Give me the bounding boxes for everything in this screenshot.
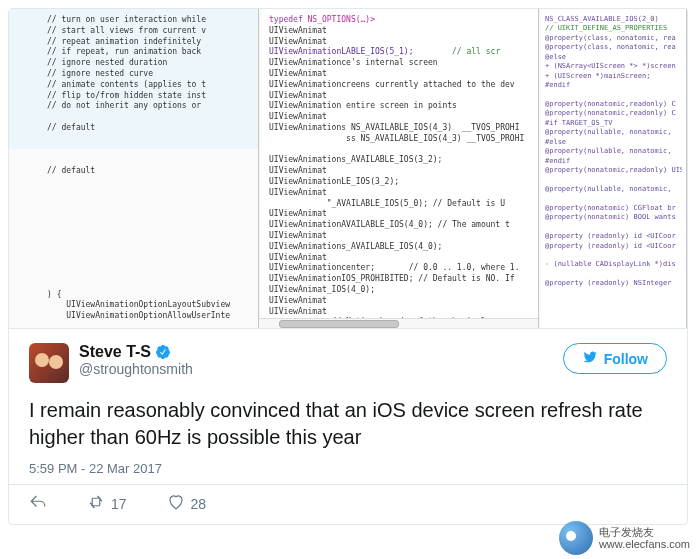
code-line: @property(class, nonatomic, rea (545, 34, 682, 43)
like-count: 28 (191, 496, 207, 512)
tweet-card: // turn on user interaction while // sta… (8, 8, 688, 525)
code-line: UIViewAnimat (269, 253, 534, 264)
code-comment: // animate contents (applies to t (47, 80, 254, 91)
code-line: UIViewAnimationAVAILABLE_IOS(4_0); // Th… (269, 220, 534, 231)
tweet-header: Steve T-S @stroughtonsmith Follow (29, 343, 667, 383)
code-line: UIViewAnimationOptionLayoutSubview (47, 300, 254, 311)
code-line: UIViewAnimationOptionAllowUserInte (47, 311, 254, 322)
code-line: @property(nonatomic,readonly) UIScreenM (545, 166, 682, 175)
code-line: ss NS_AVAILABLE_IOS(4_3) __TVOS_PROHI (269, 134, 534, 145)
scrollbar-thumb[interactable] (279, 320, 399, 328)
code-comment: // default (47, 123, 254, 134)
code-comment: // repeat animation indefinitely (47, 37, 254, 48)
code-line: UIViewAnimationcreens currently attached… (269, 80, 534, 91)
code-line: @else (545, 53, 682, 62)
code-line: UIViewAnimat_IOS(4_0); (269, 285, 534, 296)
code-line: UIViewAnimat (269, 91, 534, 102)
like-button[interactable]: 28 (167, 493, 207, 514)
author-name[interactable]: Steve T-S (79, 343, 151, 361)
code-line: #endif (545, 81, 682, 90)
horizontal-scrollbar[interactable] (259, 318, 538, 328)
code-line: UIViewAnimat (269, 112, 534, 123)
code-line: UIViewAnimations NS_AVAILABLE_IOS(4_3) _… (269, 123, 534, 134)
code-line: @property (readonly) id <UICoor (545, 242, 682, 251)
code-line: @property(nonatomic,readonly) C (545, 109, 682, 118)
code-line: UIViewAnimationcenter; // 0.0 .. 1.0, wh… (269, 263, 534, 274)
code-line: typedef NS_OPTIONS(…)> (269, 15, 534, 26)
code-line: @property(class, nonatomic, rea (545, 43, 682, 52)
code-line: UIViewAnimationce's internal screen (269, 58, 534, 69)
follow-label: Follow (604, 351, 648, 367)
author-handle[interactable]: @stroughtonsmith (79, 361, 553, 377)
code-line: ) { (47, 290, 254, 301)
heart-icon (167, 493, 185, 514)
watermark-logo-icon (559, 521, 593, 555)
code-line: @property(nonatomic) BOOL wants (545, 213, 682, 222)
avatar[interactable] (29, 343, 69, 383)
code-line: UIViewAnimat (269, 26, 534, 37)
code-line: @property(nonatomic) CGFloat br (545, 204, 682, 213)
code-comment: // ignore nested curve (47, 69, 254, 80)
code-comment: // do not inherit any options or (47, 101, 254, 112)
tweet-timestamp[interactable]: 5:59 PM - 22 Mar 2017 (29, 461, 667, 476)
code-line: NS_CLASS_AVAILABLE_IOS(2_0) (545, 15, 682, 24)
reply-icon (29, 493, 47, 514)
reply-button[interactable] (29, 493, 47, 514)
code-line: UIViewAnimat (269, 37, 534, 48)
code-line: UIViewAnimationLE_IOS(3_2); (269, 177, 534, 188)
code-comment: // default (47, 166, 254, 177)
code-comment: // if repeat, run animation back (47, 47, 254, 58)
tweet-body: Steve T-S @stroughtonsmith Follow I rema… (9, 329, 687, 524)
code-line: UIViewAnimat (269, 69, 534, 80)
watermark-brand: 电子发烧友 (599, 526, 690, 538)
code-line: UIViewAnimat (269, 188, 534, 199)
code-line: #if TARGET_OS_TV (545, 119, 682, 128)
code-line: UIViewAnimation entire screen in points (269, 101, 534, 112)
code-line: + (NSArray<UIScreen *> *)screen (545, 62, 682, 71)
tweet-actions: 17 28 (29, 485, 667, 514)
tweet-text: I remain reasonably convinced that an iO… (29, 397, 667, 451)
retweet-button[interactable]: 17 (87, 493, 127, 514)
code-line: UIViewAnimations_AVAILABLE_IOS(3_2); (269, 155, 534, 166)
code-line: // UIKIT_DEFINE_AS_PROPERTIES (545, 24, 682, 33)
retweet-icon (87, 493, 105, 514)
code-line: @property(nullable, nonatomic, (545, 147, 682, 156)
code-line: @property (readonly) id <UICoor (545, 232, 682, 241)
code-line: UIViewAnimat (269, 231, 534, 242)
watermark-url: www.elecfans.com (599, 538, 690, 550)
verified-badge-icon (155, 344, 171, 360)
code-line: #else (545, 138, 682, 147)
follow-button[interactable]: Follow (563, 343, 667, 374)
code-comment: // ignore nested duration (47, 58, 254, 69)
code-pane-right: NS_CLASS_AVAILABLE_IOS(2_0) // UIKIT_DEF… (539, 9, 687, 328)
code-line: #endif (545, 157, 682, 166)
code-pane-middle: typedef NS_OPTIONS(…)> UIViewAnimat UIVi… (259, 9, 539, 328)
retweet-count: 17 (111, 496, 127, 512)
code-line: UIViewAnimationIOS_PROHIBITED; // Defaul… (269, 274, 534, 285)
tweet-media-code-screenshot[interactable]: // turn on user interaction while // sta… (9, 9, 687, 329)
code-line: - (nullable CADisplayLink *)dis (545, 260, 682, 269)
code-line: @property(nullable, nonatomic, (545, 128, 682, 137)
code-line: "_AVAILABLE_IOS(5_0); // Default is U (269, 199, 534, 210)
code-line: + (UIScreen *)mainScreen; (545, 72, 682, 81)
code-line: UIViewAnimat (269, 307, 534, 318)
code-comment: // turn on user interaction while (47, 15, 254, 26)
code-line: @property(nullable, nonatomic, (545, 185, 682, 194)
code-line: UIViewAnimat (269, 209, 534, 220)
code-line: UIViewAnimat (269, 166, 534, 177)
code-line: @property (readonly) NSInteger (545, 279, 682, 288)
code-line: UIViewAnimat (269, 296, 534, 307)
code-line: @property(nonatomic,readonly) C (545, 100, 682, 109)
code-comment: // start all views from current v (47, 26, 254, 37)
watermark: 电子发烧友 www.elecfans.com (559, 521, 690, 555)
code-line: UIViewAnimations_AVAILABLE_IOS(4_0); (269, 242, 534, 253)
code-comment: // flip to/from hidden state inst (47, 91, 254, 102)
code-pane-left: // turn on user interaction while // sta… (9, 9, 259, 328)
code-line: UIViewAnimationLABLE_IOS(5_1); // all sc… (269, 47, 534, 58)
twitter-bird-icon (582, 350, 598, 367)
